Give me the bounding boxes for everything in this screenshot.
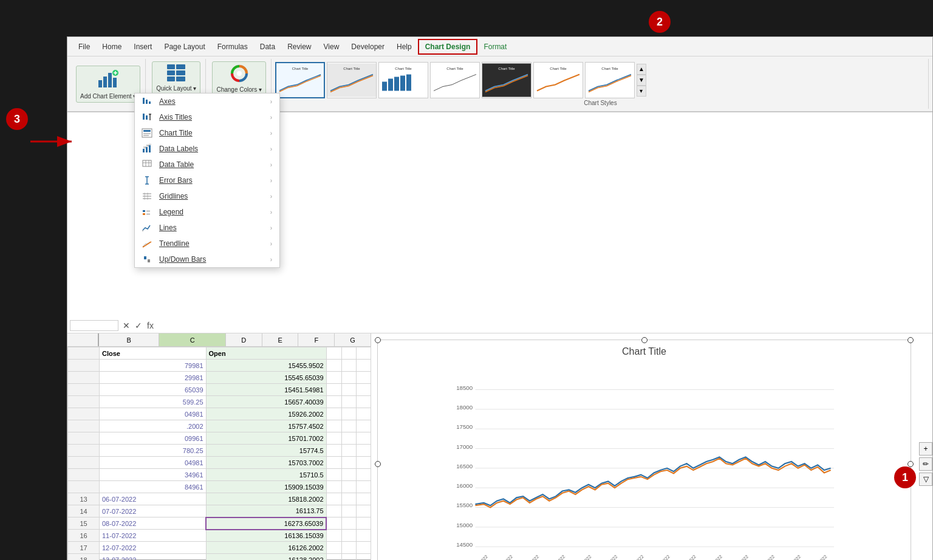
- quick-layout-label: Quick Layout ▾: [156, 85, 196, 92]
- axes-arrow: ›: [270, 98, 272, 105]
- table-row[interactable]: 1306-07-202215818.2002: [68, 493, 371, 505]
- chart-style-1[interactable]: Chart Title: [275, 62, 325, 98]
- formula-input[interactable]: [158, 320, 930, 331]
- table-row[interactable]: .200215757.4502: [68, 420, 371, 432]
- col-header-e[interactable]: E: [262, 333, 299, 346]
- tab-help[interactable]: Help: [391, 39, 418, 55]
- table-row[interactable]: 0498115926.2002: [68, 408, 371, 420]
- svg-text:36: 36: [149, 144, 151, 145]
- cancel-formula-icon[interactable]: ✕: [121, 321, 132, 330]
- svg-point-16: [237, 71, 242, 76]
- table-row[interactable]: 1508-07-202216273.65039: [68, 517, 371, 530]
- svg-text:Chart Title: Chart Title: [601, 66, 618, 70]
- handle-tm[interactable]: [641, 337, 648, 343]
- handle-ml[interactable]: [375, 461, 381, 467]
- table-row[interactable]: 1813-07-202216128.2002: [68, 554, 371, 561]
- menu-item-lines[interactable]: Lines ›: [135, 220, 279, 236]
- tab-developer[interactable]: Developer: [345, 39, 391, 55]
- table-row[interactable]: 599.2515657.40039: [68, 396, 371, 408]
- menu-item-updown-bars[interactable]: Up/Down Bars ›: [135, 251, 279, 267]
- gridlines-label: Gridlines: [159, 192, 270, 200]
- legend-arrow: ›: [270, 209, 272, 216]
- lines-arrow: ›: [270, 225, 272, 231]
- add-chart-element-button[interactable]: Add Chart Element ▾: [76, 66, 140, 103]
- col-header-g[interactable]: G: [335, 333, 371, 346]
- col-headers: B C D E F G: [67, 333, 371, 347]
- menu-item-error-bars[interactable]: Error Bars ›: [135, 172, 279, 188]
- handle-tl[interactable]: [375, 337, 381, 343]
- tab-insert[interactable]: Insert: [128, 39, 158, 55]
- table-row[interactable]: 2998115545.65039: [68, 372, 371, 384]
- svg-rect-5: [113, 78, 117, 87]
- menu-item-legend[interactable]: Legend ›: [135, 204, 279, 220]
- tab-page-layout[interactable]: Page Layout: [158, 39, 211, 55]
- cell-empty-f: [356, 347, 371, 360]
- chart-style-3[interactable]: Chart Title: [378, 62, 428, 98]
- scroll-down-button[interactable]: ▼: [637, 75, 646, 86]
- tab-format[interactable]: Format: [477, 39, 513, 55]
- menu-item-data-table[interactable]: Data Table ›: [135, 157, 279, 172]
- cell-empty-e: [341, 347, 356, 360]
- svg-text:02-08-2022: 02-08-2022: [624, 554, 645, 560]
- table-row[interactable]: 0996115701.7002: [68, 432, 371, 445]
- table-row[interactable]: 1407-07-202216113.75: [68, 505, 371, 517]
- table-row[interactable]: 1712-07-202216126.2002: [68, 542, 371, 554]
- scroll-up-button[interactable]: ▲: [637, 64, 646, 75]
- chart-style-2[interactable]: Chart Title: [327, 62, 377, 98]
- table-row[interactable]: 780.2515774.5: [68, 445, 371, 457]
- tab-review[interactable]: Review: [281, 39, 317, 55]
- quick-layout-button[interactable]: Quick Layout ▾: [152, 61, 200, 95]
- chart-style-4[interactable]: Chart Title: [430, 62, 480, 98]
- chart-style-7[interactable]: Chart Title: [585, 62, 635, 98]
- menu-item-chart-title[interactable]: Chart Title ›: [135, 125, 279, 141]
- handle-tr[interactable]: [907, 337, 914, 343]
- menu-item-trendline[interactable]: Trendline ›: [135, 236, 279, 251]
- svg-rect-72: [148, 259, 150, 262]
- table-row[interactable]: 0498115703.7002: [68, 457, 371, 469]
- svg-text:30-08-2022: 30-08-2022: [729, 554, 750, 560]
- ribbon-tabs: File Home Insert Page Layout Formulas Da…: [67, 37, 932, 56]
- table-row[interactable]: 1611-07-202216136.15039: [68, 530, 371, 542]
- tab-formulas[interactable]: Formulas: [211, 39, 254, 55]
- table-row[interactable]: 7998115455.9502: [68, 360, 371, 372]
- col-header-d[interactable]: D: [226, 333, 262, 346]
- name-box[interactable]: [70, 320, 118, 331]
- change-colors-button[interactable]: Change Colors ▾: [212, 61, 265, 96]
- error-bars-label: Error Bars: [159, 176, 270, 185]
- tab-data[interactable]: Data: [254, 39, 281, 55]
- svg-rect-53: [143, 160, 151, 166]
- svg-rect-39: [143, 114, 145, 120]
- menu-item-gridlines[interactable]: Gridlines ›: [135, 188, 279, 204]
- menu-item-data-labels[interactable]: 122436 Data Labels ›: [135, 141, 279, 157]
- confirm-formula-icon[interactable]: ✓: [133, 321, 144, 330]
- tab-chart-design[interactable]: Chart Design: [418, 39, 478, 55]
- scroll-more-button[interactable]: ▾: [637, 86, 646, 97]
- table-row[interactable]: 3496115710.5: [68, 469, 371, 481]
- tab-home[interactable]: Home: [96, 39, 128, 55]
- menu-item-axes[interactable]: Axes ›: [135, 94, 279, 109]
- svg-text:09-08-2022: 09-08-2022: [651, 554, 671, 560]
- table-row[interactable]: 6503915451.54981: [68, 384, 371, 396]
- col-header-f[interactable]: F: [298, 333, 335, 346]
- chart-style-btn[interactable]: ✏: [919, 457, 932, 471]
- svg-text:23-08-2022: 23-08-2022: [703, 554, 723, 560]
- svg-rect-11: [167, 70, 175, 75]
- add-element-chart-btn[interactable]: +: [919, 442, 932, 456]
- svg-text:17500: 17500: [456, 423, 473, 430]
- chart-style-6[interactable]: Chart Title: [533, 62, 583, 98]
- handle-mr[interactable]: [907, 461, 914, 467]
- chart-title[interactable]: Chart Title: [384, 346, 904, 357]
- tab-file[interactable]: File: [72, 39, 96, 55]
- col-header-b[interactable]: B: [99, 333, 160, 346]
- svg-text:Chart Title: Chart Title: [550, 66, 567, 70]
- col-header-c[interactable]: C: [159, 333, 226, 346]
- insert-function-icon[interactable]: fx: [145, 321, 156, 330]
- menu-item-axis-titles[interactable]: Axis Titles ›: [135, 109, 279, 125]
- table-row[interactable]: 8496115909.15039: [68, 481, 371, 493]
- chart-style-5[interactable]: Chart Title: [482, 62, 531, 98]
- svg-text:Chart Title: Chart Title: [395, 66, 412, 70]
- tab-view[interactable]: View: [318, 39, 346, 55]
- x-axis-labels: 21-06-2022 28-06-2022 05-07-2022 12-07-2…: [468, 554, 828, 560]
- chart-filter-btn[interactable]: ▽: [919, 473, 932, 486]
- annotation-2: 2: [649, 11, 671, 33]
